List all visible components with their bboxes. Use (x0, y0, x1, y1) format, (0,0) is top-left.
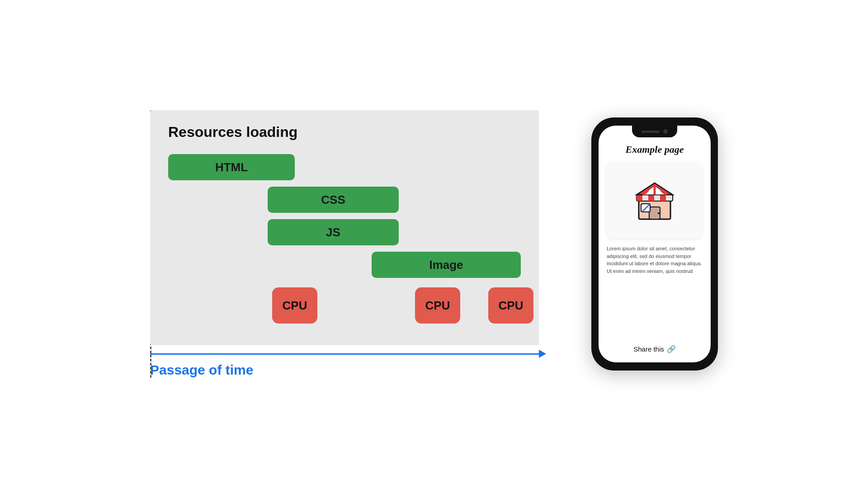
time-arrow (150, 350, 546, 358)
cpu-block-2: CPU (415, 287, 460, 324)
main-container: Resources loading HTML CSS JS (0, 0, 868, 488)
phone-lorem-text: Lorem ipsum dolor sit amet, consectetur … (607, 245, 703, 275)
phone-image-card (607, 162, 703, 239)
cpu-block-1: CPU (272, 287, 317, 324)
js-bar: JS (268, 219, 399, 245)
css-bar: CSS (268, 187, 399, 213)
phone-notch (632, 126, 677, 137)
html-bar: HTML (168, 154, 295, 180)
phone-section: Example page (591, 117, 718, 371)
store-icon (632, 178, 677, 223)
time-arrow-line (150, 353, 539, 355)
gantt-area: HTML CSS JS Image C (164, 154, 525, 326)
phone-camera (663, 129, 668, 134)
phone-frame: Example page (591, 117, 718, 371)
diagram-section: Resources loading HTML CSS JS (150, 110, 546, 378)
share-text: Share this (633, 345, 664, 353)
svg-rect-6 (637, 195, 642, 201)
phone-speaker (642, 131, 660, 133)
diagram-wrapper: Resources loading HTML CSS JS (150, 110, 546, 378)
phone-screen: Example page (599, 126, 711, 362)
phone-page-title: Example page (626, 144, 684, 155)
svg-point-4 (658, 212, 660, 214)
cpu-block-3: CPU (488, 287, 533, 324)
link-icon: 🔗 (667, 345, 676, 353)
time-label: Passage of time (150, 362, 546, 378)
time-arrow-head (539, 350, 546, 358)
phone-share-section[interactable]: Share this 🔗 (633, 345, 676, 353)
svg-rect-7 (648, 195, 654, 201)
image-bar: Image (372, 252, 521, 278)
time-axis-container: Passage of time (150, 350, 546, 378)
diagram-box: Resources loading HTML CSS JS (150, 110, 539, 345)
svg-rect-8 (660, 195, 666, 201)
diagram-title: Resources loading (168, 124, 525, 141)
